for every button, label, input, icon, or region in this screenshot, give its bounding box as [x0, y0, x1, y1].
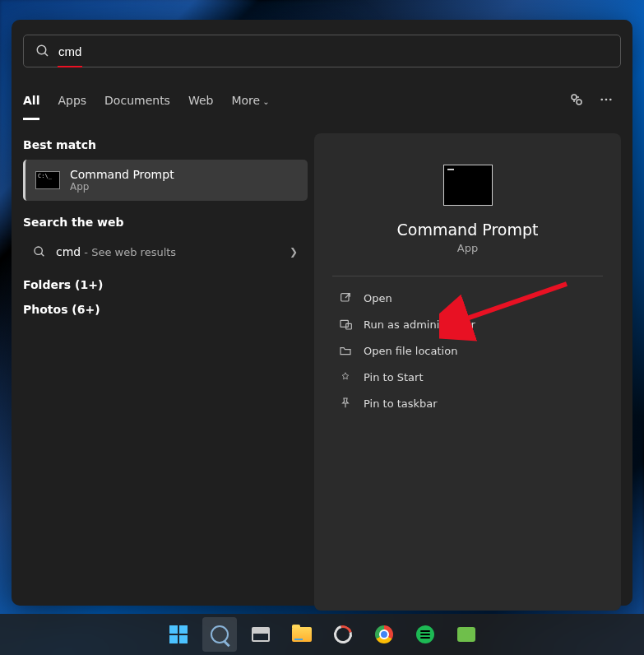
svg-point-4	[600, 98, 603, 100]
svg-line-8	[41, 253, 44, 256]
tab-all[interactable]: All	[23, 94, 39, 107]
action-run-admin[interactable]: Run as administrator	[332, 311, 603, 337]
chat-icon	[457, 627, 475, 642]
tab-web[interactable]: Web	[188, 94, 214, 107]
taskbar-chrome[interactable]	[367, 617, 401, 652]
command-prompt-icon	[35, 171, 60, 189]
taskbar-explorer[interactable]	[285, 617, 319, 652]
taskbar-start[interactable]	[161, 617, 196, 652]
search-icon	[35, 44, 50, 58]
svg-rect-11	[346, 323, 352, 329]
photos-label[interactable]: Photos (6+)	[23, 303, 308, 316]
svg-point-3	[577, 100, 581, 105]
folders-label[interactable]: Folders (1+)	[23, 278, 308, 291]
preview-column: Command Prompt App Open Run as administr…	[314, 133, 621, 611]
taskview-icon	[252, 627, 270, 642]
search-icon	[211, 625, 229, 643]
taskbar-taskview[interactable]	[243, 617, 278, 652]
action-label: Open	[364, 292, 392, 304]
chevron-right-icon: ❯	[290, 246, 298, 258]
pin-icon	[339, 397, 352, 410]
web-suffix: - See web results	[81, 246, 176, 258]
search-icon	[33, 245, 46, 258]
svg-point-7	[35, 247, 42, 254]
chrome-icon	[375, 625, 393, 643]
action-pin-start[interactable]: Pin to Start	[332, 364, 603, 390]
svg-rect-9	[341, 294, 349, 301]
spotify-icon	[416, 625, 434, 643]
explorer-icon	[292, 627, 312, 642]
search-panel: All Apps Documents Web More⌄ Best match …	[12, 20, 632, 606]
chevron-down-icon: ⌄	[262, 97, 269, 106]
action-label: Pin to Start	[364, 371, 423, 383]
windows-icon	[169, 625, 188, 643]
action-open-location[interactable]: Open file location	[332, 337, 603, 364]
web-result-row[interactable]: cmd - See web results ❯	[23, 237, 308, 267]
action-open[interactable]: Open	[332, 285, 603, 311]
result-subtitle: App	[70, 181, 174, 193]
taskbar-chat[interactable]	[449, 617, 484, 652]
best-match-result[interactable]: Command Prompt App	[23, 160, 308, 201]
preview-title: Command Prompt	[332, 221, 603, 239]
action-label: Open file location	[364, 345, 457, 357]
svg-point-2	[572, 95, 577, 100]
action-label: Run as administrator	[364, 318, 475, 331]
app-icon	[330, 622, 354, 647]
svg-point-6	[609, 98, 612, 100]
folder-icon	[339, 344, 352, 357]
svg-point-5	[605, 98, 608, 100]
best-match-label: Best match	[23, 138, 308, 151]
quick-search-icon[interactable]	[562, 92, 591, 109]
taskbar-spotify[interactable]	[408, 617, 442, 652]
divider	[332, 276, 603, 276]
taskbar	[0, 614, 644, 655]
web-term: cmd	[56, 245, 81, 258]
tabs-row: All Apps Documents Web More⌄	[23, 86, 621, 115]
taskbar-app[interactable]	[326, 617, 360, 652]
tab-documents[interactable]: Documents	[104, 94, 170, 107]
svg-line-1	[44, 53, 48, 56]
tab-apps[interactable]: Apps	[58, 94, 86, 107]
open-icon	[339, 291, 352, 304]
pin-icon	[339, 370, 352, 383]
admin-icon	[339, 318, 352, 331]
preview-app-icon	[443, 165, 493, 206]
results-column: Best match Command Prompt App Search the…	[23, 133, 308, 611]
search-bar[interactable]	[23, 35, 621, 67]
tab-more[interactable]: More⌄	[231, 94, 269, 107]
action-pin-taskbar[interactable]: Pin to taskbar	[332, 390, 603, 416]
svg-point-0	[37, 45, 46, 54]
action-label: Pin to taskbar	[364, 397, 438, 410]
spellcheck-underline	[58, 66, 82, 67]
preview-subtitle: App	[332, 242, 603, 254]
result-title: Command Prompt	[70, 168, 174, 181]
more-options-icon[interactable]	[591, 92, 621, 109]
search-web-label: Search the web	[23, 216, 308, 229]
taskbar-search[interactable]	[202, 617, 237, 652]
search-input[interactable]	[58, 44, 609, 58]
